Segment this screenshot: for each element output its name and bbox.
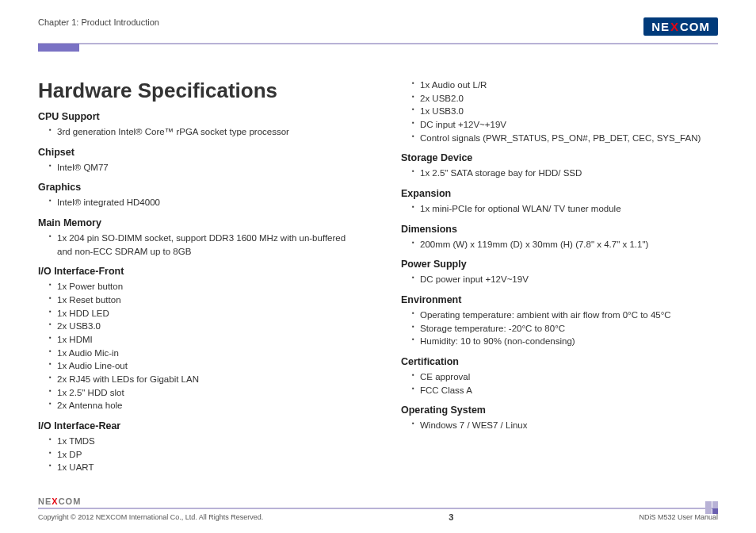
section-heading: Operating System (401, 405, 718, 416)
section-heading: Environment (401, 294, 718, 305)
spec-item: 1x Reset button (49, 293, 355, 307)
spec-list: CE approvalFCC Class A (401, 370, 718, 397)
spec-section: Power SupplyDC power input +12V~19V (401, 259, 718, 286)
spec-item: 1x Power button (49, 280, 355, 293)
section-heading: Chipset (38, 147, 355, 158)
section-heading: Graphics (38, 182, 355, 193)
spec-item: 2x USB2.0 (412, 92, 718, 105)
spec-item: 3rd generation Intel® Core™ rPGA socket … (49, 125, 355, 139)
spec-item: 1x HDMI (49, 333, 355, 347)
page-title: Hardware Specifications (38, 79, 355, 103)
section-heading: Power Supply (401, 259, 718, 270)
spec-item: 1x UART (49, 461, 355, 474)
spec-section: I/O Interface-Rear1x TMDS1x DP1x UART (38, 420, 355, 474)
copyright-text: Copyright © 2012 NEXCOM International Co… (38, 513, 263, 521)
spec-item: Humidity: 10 to 90% (non-condensing) (412, 335, 718, 348)
logo-text-x: X (670, 20, 679, 33)
footer-logo: NEXCOM (38, 497, 81, 506)
spec-section: ChipsetIntel® QM77 (38, 147, 355, 174)
spec-list: 1x 2.5" SATA storage bay for HDD/ SSD (401, 167, 718, 180)
section-heading: I/O Interface-Front (38, 266, 355, 277)
left-column: Hardware Specifications CPU Support3rd g… (38, 79, 355, 477)
spec-section: CertificationCE approvalFCC Class A (401, 356, 718, 397)
spec-list: Intel® QM77 (38, 161, 355, 174)
spec-list: 3rd generation Intel® Core™ rPGA socket … (38, 125, 355, 139)
spec-list: 1x 204 pin SO-DIMM socket, support DDR3 … (38, 232, 355, 258)
footer-squares-icon (705, 501, 718, 514)
spec-item: 200mm (W) x 119mm (D) x 30mm (H) (7.8" x… (412, 238, 718, 251)
spec-list: Windows 7 / WES7 / Linux (401, 419, 718, 432)
spec-section: Expansion1x mini-PCIe for optional WLAN/… (401, 188, 718, 216)
spec-item: DC input +12V~+19V (412, 118, 718, 132)
spec-list: DC power input +12V~19V (401, 273, 718, 286)
spec-item: 1x Audio Line-out (49, 359, 355, 373)
spec-list: 200mm (W) x 119mm (D) x 30mm (H) (7.8" x… (401, 238, 718, 251)
spec-item: Windows 7 / WES7 / Linux (412, 419, 718, 432)
spec-item: DC power input +12V~19V (412, 273, 718, 286)
manual-name: NDiS M532 User Manual (639, 513, 718, 521)
section-heading: Main Memory (38, 217, 355, 228)
spec-list: Operating temperature: ambient with air … (401, 309, 718, 348)
tab-mark-icon (38, 44, 79, 52)
spec-item: Control signals (PWR_STATUS, PS_ON#, PB_… (412, 132, 718, 145)
header-rule (38, 43, 718, 44)
section-heading: I/O Interface-Rear (38, 420, 355, 431)
spec-item: 2x Antenna hole (49, 399, 355, 412)
spec-list: Intel® integrated HD4000 (38, 196, 355, 209)
logo-text-left: NE (651, 20, 670, 33)
spec-item: 1x TMDS (49, 435, 355, 448)
spec-item: 2x RJ45 with LEDs for Gigabit LAN (49, 373, 355, 386)
spec-section: Storage Device1x 2.5" SATA storage bay f… (401, 152, 718, 180)
page-number: 3 (449, 512, 453, 522)
spec-section: Operating SystemWindows 7 / WES7 / Linux (401, 405, 718, 432)
spec-item: CE approval (412, 370, 718, 384)
spec-item: 1x 204 pin SO-DIMM socket, support DDR3 … (49, 232, 355, 258)
logo: NEXCOM (643, 17, 718, 36)
spec-item: 1x DP (49, 448, 355, 462)
spec-section: Main Memory1x 204 pin SO-DIMM socket, su… (38, 217, 355, 258)
spec-section: Dimensions200mm (W) x 119mm (D) x 30mm (… (401, 224, 718, 251)
footer-rule (38, 508, 718, 509)
spec-item: 1x HDD LED (49, 307, 355, 320)
spec-section: EnvironmentOperating temperature: ambien… (401, 294, 718, 348)
section-heading: Dimensions (401, 224, 718, 235)
spec-list: 1x TMDS1x DP1x UART (38, 435, 355, 474)
spec-item: 1x USB3.0 (412, 105, 718, 118)
section-heading: CPU Support (38, 111, 355, 122)
section-heading: Expansion (401, 188, 718, 199)
spec-item: Intel® integrated HD4000 (49, 196, 355, 209)
spec-item: 1x Audio Mic-in (49, 347, 355, 360)
spec-item: Storage temperature: -20°C to 80°C (412, 322, 718, 336)
spec-list: 1x mini-PCIe for optional WLAN/ TV tuner… (401, 202, 718, 216)
logo-text-right: COM (680, 20, 710, 33)
chapter-label: Chapter 1: Product Introduction (38, 17, 159, 27)
spec-section: I/O Interface-Front1x Power button1x Res… (38, 266, 355, 412)
spec-item: 1x mini-PCIe for optional WLAN/ TV tuner… (412, 202, 718, 216)
io-rear-continued-list: 1x Audio out L/R2x USB2.01x USB3.0DC inp… (401, 79, 718, 144)
spec-item: FCC Class A (412, 384, 718, 397)
spec-list: 1x Power button1x Reset button1x HDD LED… (38, 280, 355, 412)
spec-item: 2x USB3.0 (49, 320, 355, 333)
section-heading: Storage Device (401, 152, 718, 163)
spec-item: Operating temperature: ambient with air … (412, 309, 718, 322)
spec-item: 1x 2.5" HDD slot (49, 386, 355, 400)
section-heading: Certification (401, 356, 718, 367)
footer: NEXCOM Copyright © 2012 NEXCOM Internati… (38, 493, 718, 522)
spec-item: 1x 2.5" SATA storage bay for HDD/ SSD (412, 167, 718, 180)
spec-item: Intel® QM77 (49, 161, 355, 174)
spec-section: CPU Support3rd generation Intel® Core™ r… (38, 111, 355, 139)
spec-section: GraphicsIntel® integrated HD4000 (38, 182, 355, 209)
spec-item: 1x Audio out L/R (412, 79, 718, 92)
right-column: 1x Audio out L/R2x USB2.01x USB3.0DC inp… (401, 79, 718, 477)
